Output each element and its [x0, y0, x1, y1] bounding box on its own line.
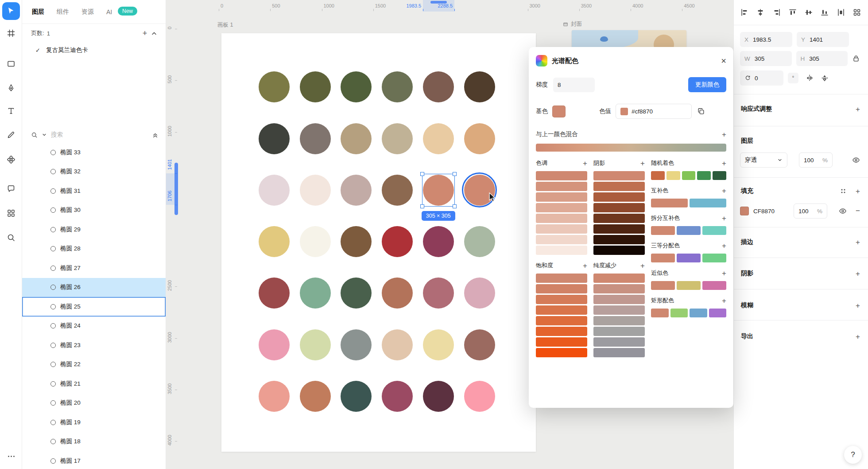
shadow-swatch[interactable] — [593, 182, 645, 191]
layer-row[interactable]: 椭圆 28 — [22, 239, 166, 259]
palette-circle[interactable] — [382, 381, 413, 412]
layer-row[interactable]: 椭圆 21 — [22, 374, 166, 394]
saturation-swatch[interactable] — [536, 284, 587, 293]
shadow-swatch[interactable] — [593, 224, 645, 234]
shadow-swatch[interactable] — [593, 171, 645, 180]
random-swatch[interactable] — [713, 171, 726, 180]
add-hue-icon[interactable]: + — [583, 160, 587, 167]
palette-circle[interactable] — [423, 381, 454, 412]
palette-circle[interactable] — [341, 329, 372, 360]
add-tetradic-icon[interactable]: + — [722, 297, 726, 305]
shadow-swatch[interactable] — [593, 246, 645, 255]
more-tools-icon[interactable] — [6, 451, 16, 461]
palette-circle[interactable] — [464, 123, 495, 154]
layer-row[interactable]: 椭圆 29 — [22, 220, 166, 239]
apps-plugin-icon[interactable] — [6, 208, 16, 218]
add-shadow-icon[interactable]: + — [856, 270, 860, 277]
y-position-field[interactable]: Y 1401 — [797, 32, 849, 47]
pencil-tool-icon[interactable] — [6, 130, 16, 140]
palette-circle[interactable] — [382, 175, 413, 206]
palette-circle[interactable] — [382, 329, 413, 360]
panel-tab[interactable]: 图层 — [32, 8, 44, 16]
resize-handle-br[interactable] — [453, 204, 457, 208]
complementary-swatch[interactable] — [690, 199, 726, 207]
hue-swatch[interactable] — [536, 171, 587, 180]
layer-row[interactable]: 椭圆 33 — [22, 143, 166, 162]
add-complementary-icon[interactable]: + — [722, 187, 726, 195]
constrain-lock-icon[interactable] — [852, 55, 860, 63]
saturation-swatch[interactable] — [536, 305, 587, 315]
analogous-swatch[interactable] — [677, 281, 701, 290]
hue-swatch[interactable] — [536, 214, 587, 223]
random-swatch[interactable] — [666, 171, 680, 180]
fill-opacity-field[interactable]: 100 % — [794, 203, 827, 219]
x-position-field[interactable]: X 1983.5 — [740, 32, 792, 47]
resize-handle-bl[interactable] — [420, 204, 424, 208]
palette-circle[interactable] — [259, 277, 290, 309]
color-value-input[interactable]: #cf8870 — [616, 104, 692, 119]
saturation-swatch[interactable] — [536, 348, 587, 357]
add-purity-icon[interactable]: + — [640, 262, 645, 270]
palette-circle[interactable] — [382, 277, 413, 309]
palette-circle[interactable] — [300, 123, 331, 154]
palette-circle[interactable] — [300, 175, 331, 206]
flip-vertical-icon[interactable] — [821, 74, 829, 82]
add-split-icon[interactable]: + — [722, 215, 726, 222]
align-bottom-icon[interactable] — [821, 8, 829, 16]
remove-fill-icon[interactable]: − — [856, 207, 860, 215]
add-blend-icon[interactable]: + — [722, 131, 726, 138]
align-v-center-icon[interactable] — [805, 8, 813, 16]
hue-swatch[interactable] — [536, 246, 587, 255]
panel-tab[interactable]: 组件 — [57, 8, 69, 16]
fill-visibility-eye-icon[interactable] — [839, 207, 847, 215]
palette-circle[interactable] — [300, 381, 331, 412]
palette-circle[interactable] — [423, 123, 454, 154]
fill-color-swatch[interactable] — [740, 207, 749, 215]
copy-icon[interactable] — [697, 107, 705, 115]
tetradic-swatch[interactable] — [709, 309, 727, 317]
shadow-swatch[interactable] — [593, 192, 645, 202]
shadow-swatch[interactable] — [593, 214, 645, 223]
collapse-all-icon[interactable] — [152, 132, 159, 138]
layer-row[interactable]: 椭圆 30 — [22, 201, 166, 220]
palette-circle[interactable] — [382, 123, 413, 154]
palette-circle[interactable] — [464, 329, 495, 360]
palette-circle[interactable] — [341, 226, 372, 257]
comment-tool-icon[interactable] — [6, 184, 16, 194]
shadow-swatch[interactable] — [593, 203, 645, 212]
selection-box[interactable] — [422, 174, 455, 207]
layer-visibility-eye-icon[interactable] — [852, 156, 860, 164]
saturation-swatch[interactable] — [536, 295, 587, 304]
layer-row[interactable]: 椭圆 19 — [22, 413, 166, 432]
add-triadic-icon[interactable]: + — [722, 242, 726, 250]
align-left-icon[interactable] — [740, 8, 748, 16]
layer-row[interactable]: 椭圆 20 — [22, 394, 166, 413]
complementary-swatch[interactable] — [651, 199, 688, 207]
component-tool-icon[interactable] — [6, 155, 16, 164]
palette-circle[interactable] — [259, 123, 290, 154]
split-swatch[interactable] — [677, 226, 701, 235]
close-icon[interactable]: × — [721, 56, 726, 65]
add-shadow-swatch-icon[interactable]: + — [640, 160, 645, 167]
base-color-swatch[interactable] — [552, 106, 566, 117]
random-swatch[interactable] — [651, 171, 665, 180]
triadic-swatch[interactable] — [702, 254, 726, 262]
layer-row[interactable]: 椭圆 27 — [22, 258, 166, 278]
purity-swatch[interactable] — [593, 274, 645, 283]
palette-circle[interactable] — [341, 175, 372, 206]
palette-circle[interactable] — [300, 226, 331, 257]
layer-row[interactable]: 椭圆 22 — [22, 355, 166, 375]
purity-swatch[interactable] — [593, 348, 645, 357]
more-alignment-grid-icon[interactable] — [853, 8, 861, 16]
add-fill-icon[interactable]: + — [856, 188, 860, 195]
random-swatch[interactable] — [682, 171, 696, 180]
split-swatch[interactable] — [702, 226, 726, 235]
purity-swatch[interactable] — [593, 295, 645, 304]
layer-row[interactable]: 椭圆 25 — [22, 297, 166, 317]
gradient-steps-input[interactable]: 8 — [553, 78, 595, 92]
purity-swatch[interactable] — [593, 305, 645, 315]
fill-hex-value[interactable]: CF8870 — [753, 208, 775, 215]
saturation-swatch[interactable] — [536, 274, 587, 283]
angle-unit-button[interactable]: ° — [788, 73, 798, 83]
layer-row[interactable]: 椭圆 32 — [22, 162, 166, 182]
